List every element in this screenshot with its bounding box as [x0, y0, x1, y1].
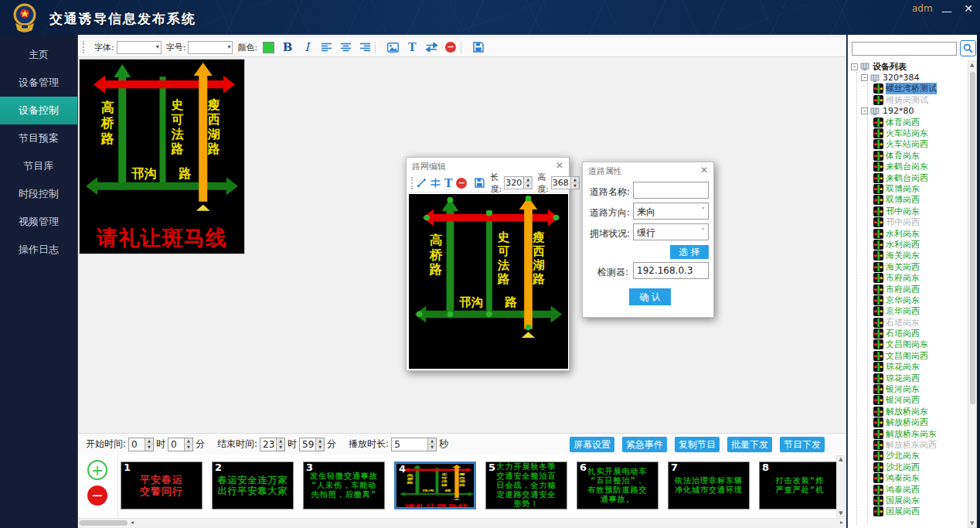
font-size-select[interactable]: ▾	[188, 41, 233, 54]
device-node-市府岗东[interactable]: 市府岗东	[848, 272, 968, 283]
sidebar-item-节目预案[interactable]: 节目预案	[0, 124, 77, 152]
start-minute-input[interactable]: 0▲▼	[168, 438, 193, 451]
collapse-toggle-icon[interactable]: -	[861, 74, 868, 81]
sidebar-item-时段控制[interactable]: 时段控制	[0, 180, 77, 208]
device-node-京华岗东[interactable]: 京华岗东	[848, 295, 968, 305]
spinner[interactable]: ▲▼	[570, 177, 579, 189]
spinner[interactable]: ▲▼	[523, 177, 532, 189]
sidebar-item-设备管理[interactable]: 设备管理	[0, 69, 77, 97]
scroll-left-icon[interactable]: ◂	[131, 519, 134, 526]
toolbar-grip[interactable]	[83, 41, 87, 53]
close-icon[interactable]: ✕	[700, 165, 708, 175]
length-input[interactable]: 320▲▼	[504, 176, 533, 189]
spinner[interactable]: ▲▼	[315, 438, 324, 451]
align-left-icon[interactable]	[320, 41, 332, 53]
device-node-京华岗西[interactable]: 京华岗西	[848, 306, 968, 317]
scroll-up-icon[interactable]: ▲	[839, 456, 842, 462]
scroll-up-icon[interactable]: ▲	[970, 62, 974, 68]
device-search-input[interactable]	[852, 42, 957, 56]
select-detector-button[interactable]: 选 择	[670, 245, 709, 259]
crossroad-tool-icon[interactable]	[430, 177, 441, 189]
delete-icon[interactable]: −	[445, 42, 456, 53]
sidebar-item-设备控制[interactable]: 设备控制	[0, 97, 77, 124]
device-node-市府岗西[interactable]: 市府岗西	[848, 284, 968, 295]
dialog-titlebar[interactable]: 道路属性 ✕	[583, 162, 713, 179]
align-right-icon[interactable]	[359, 41, 371, 53]
scrollbar-thumb[interactable]	[80, 520, 128, 526]
dialog-titlebar[interactable]: 路网编辑 ✕	[407, 158, 569, 174]
device-node-银河岗东[interactable]: 银河岗东	[848, 383, 968, 394]
sidebar-item-操作日志[interactable]: 操作日志	[0, 236, 77, 264]
road-name-input[interactable]	[633, 182, 709, 199]
device-node-邗中岗东[interactable]: 邗中岗东	[848, 206, 968, 216]
text-tool-button[interactable]: T	[444, 177, 452, 189]
marquee-icon[interactable]	[425, 41, 437, 53]
scrollbar-thumb[interactable]	[970, 72, 975, 404]
device-node-螺丝湾桥测试[interactable]: 螺丝湾桥测试	[848, 83, 968, 94]
spinner[interactable]: ▲▼	[427, 438, 436, 451]
device-node-维扬岗测试[interactable]: 维扬岗测试	[848, 94, 968, 105]
add-program-button[interactable]: +	[87, 460, 107, 480]
device-node-双博岗西[interactable]: 双博岗西	[848, 195, 968, 206]
road-network-edit-canvas[interactable]: 高桥路史可法路瘦西湖路邗沟路	[409, 194, 568, 369]
device-node-体育岗西[interactable]: 体育岗西	[848, 117, 968, 128]
scroll-down-icon[interactable]: ▼	[970, 520, 974, 526]
device-node-解放桥岗东[interactable]: 解放桥岗东	[848, 406, 968, 417]
font-select[interactable]: ▾	[117, 41, 162, 54]
sidebar-item-视频管理[interactable]: 视频管理	[0, 208, 77, 236]
congestion-select[interactable]: 缓行˅	[633, 223, 709, 240]
save-icon[interactable]	[475, 177, 485, 189]
toolbar-grip[interactable]	[411, 177, 413, 189]
sidebar-item-节目库[interactable]: 节目库	[0, 152, 77, 180]
tree-root-device-list[interactable]: -设备列表	[848, 61, 968, 72]
tree-group-192*80[interactable]: -192*80	[848, 106, 968, 117]
color-swatch[interactable]	[263, 42, 274, 53]
device-node-解放桥东岗东[interactable]: 解放桥东岗东	[848, 428, 968, 439]
program-thumbnail-1[interactable]: 平安春运交警同行1	[121, 462, 202, 509]
italic-button[interactable]: I	[301, 41, 313, 53]
delete-icon[interactable]: −	[456, 178, 467, 189]
device-node-火车站岗东[interactable]: 火车站岗东	[848, 128, 968, 138]
device-node-解放桥岗西[interactable]: 解放桥岗西	[848, 417, 968, 428]
strip-horizontal-scrollbar[interactable]: ◂ ▸	[78, 518, 846, 526]
device-node-石塔岗东[interactable]: 石塔岗东	[848, 317, 968, 328]
spinner[interactable]: ▲▼	[276, 438, 284, 451]
save-icon[interactable]	[472, 41, 485, 53]
device-node-鸿泰岗东[interactable]: 鸿泰岗东	[848, 472, 968, 483]
device-node-火车站岗西[interactable]: 火车站岗西	[848, 139, 968, 150]
device-node-琼花岗东[interactable]: 琼花岗东	[848, 362, 968, 373]
tree-vertical-scrollbar[interactable]: ▲ ▼	[968, 60, 977, 528]
device-node-文昌阁岗东[interactable]: 文昌阁岗东	[848, 339, 968, 350]
device-node-鸿泰岗西[interactable]: 鸿泰岗西	[848, 484, 968, 495]
detector-input[interactable]: 192.168.0.3	[633, 262, 709, 279]
program-thumbnail-7[interactable]: 依法治理非标车辆净化城市交通环境7	[668, 462, 750, 509]
device-node-来鹤台岗西[interactable]: 来鹤台岗西	[848, 172, 968, 183]
program-thumbnail-3[interactable]: 发生轻微交通事故“人未伤，车能动先拍照，后撤离”3	[303, 462, 385, 509]
remove-program-button[interactable]: −	[87, 485, 107, 506]
text-tool-button[interactable]: T	[406, 41, 418, 53]
device-node-海关岗东[interactable]: 海关岗东	[848, 250, 968, 261]
height-input[interactable]: 368▲▼	[551, 176, 580, 189]
program-thumbnail-8[interactable]: 打击改装“炸严查严处“机8	[759, 462, 841, 509]
collapse-toggle-icon[interactable]: -	[851, 63, 858, 70]
device-node-水利岗西[interactable]: 水利岗西	[848, 239, 968, 250]
device-node-解放桥东岗西[interactable]: 解放桥东岗西	[848, 439, 968, 450]
scroll-down-icon[interactable]: ▼	[839, 510, 842, 516]
spinner[interactable]: ▲▼	[184, 438, 192, 451]
device-node-邗中岗西[interactable]: 邗中岗西	[848, 216, 968, 227]
action-button-节目下发[interactable]: 节目下发	[780, 437, 825, 452]
device-node-文昌阁岗西[interactable]: 文昌阁岗西	[848, 350, 968, 361]
align-center-icon[interactable]	[339, 41, 352, 53]
close-icon[interactable]: ✕	[556, 160, 563, 171]
program-thumbnail-5[interactable]: 大力开展秋冬季交通安全整治百日会战，全力稳定道路交通安全形势！5	[485, 462, 567, 509]
program-thumbnail-6[interactable]: 扎实开展电动车“百日整治”，有效预防道路交通事故。6	[577, 462, 658, 509]
program-thumbnail-2[interactable]: 春运安全连万家出行平安靠大家2	[212, 462, 294, 509]
strip-vertical-scrollbar[interactable]: ▲ ▼	[836, 455, 846, 517]
road-direction-select[interactable]: 来向˅	[633, 203, 709, 220]
search-button[interactable]	[960, 40, 976, 56]
device-node-国展岗西[interactable]: 国展岗西	[848, 506, 968, 517]
start-hour-input[interactable]: 0▲▼	[128, 438, 154, 451]
device-node-体育岗东[interactable]: 体育岗东	[848, 150, 968, 161]
sidebar-item-主页[interactable]: 主页	[0, 41, 77, 69]
action-button-紧急事件[interactable]: 紧急事件	[622, 437, 667, 452]
